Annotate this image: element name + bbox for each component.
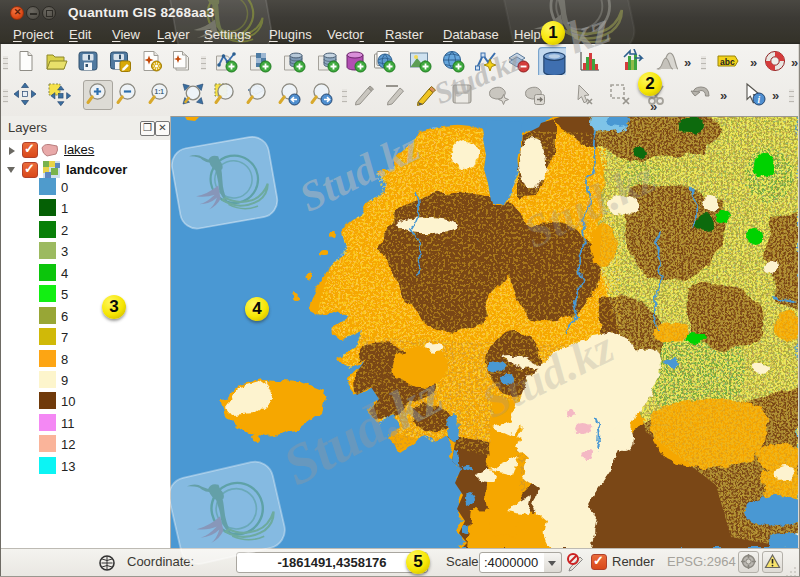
svg-text:1:1: 1:1 <box>155 88 165 95</box>
svg-text:abc: abc <box>720 57 735 67</box>
svg-text:i: i <box>758 95 761 105</box>
